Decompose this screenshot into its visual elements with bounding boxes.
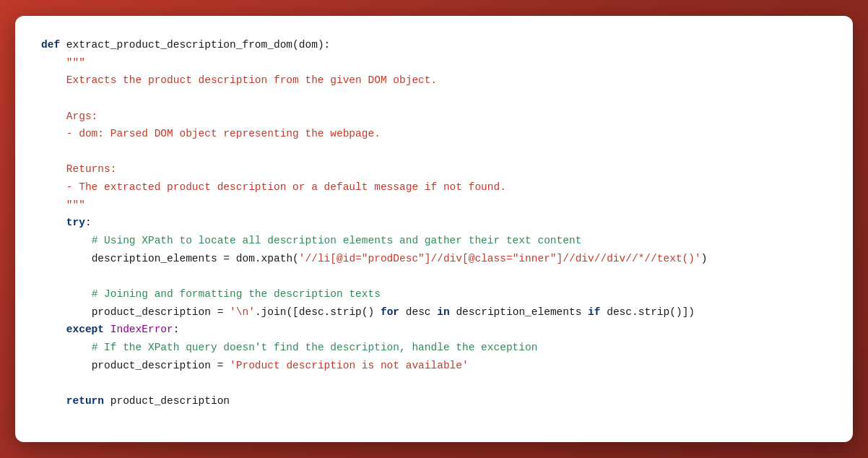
line-14-blank bbox=[41, 270, 48, 282]
line-1: def extract_product_description_from_dom… bbox=[41, 39, 330, 51]
line-2: """ bbox=[41, 57, 85, 69]
line-15: # Joining and formatting the description… bbox=[41, 288, 381, 300]
line-4-blank bbox=[41, 92, 48, 104]
line-7-blank bbox=[41, 146, 48, 157]
line-9: - The extracted product description or a… bbox=[41, 181, 506, 193]
line-19: product_description = 'Product descripti… bbox=[41, 360, 469, 371]
line-8: Returns: bbox=[41, 163, 116, 175]
code-container: def extract_product_description_from_dom… bbox=[15, 16, 853, 442]
line-16: product_description = '\n'.join([desc.st… bbox=[41, 306, 695, 318]
line-11: try: bbox=[41, 217, 92, 228]
line-12: # Using XPath to locate all description … bbox=[41, 235, 581, 246]
line-13: description_elements = dom.xpath('//li[@… bbox=[41, 253, 707, 264]
line-17: except IndexError: bbox=[41, 324, 179, 335]
line-5: Args: bbox=[41, 111, 97, 122]
line-3: Extracts the product description from th… bbox=[41, 74, 437, 86]
line-10: """ bbox=[41, 199, 85, 211]
line-18: # If the XPath query doesn't find the de… bbox=[41, 342, 537, 353]
line-20-blank bbox=[41, 377, 48, 389]
line-21: return product_description bbox=[41, 395, 230, 407]
code-block: def extract_product_description_from_dom… bbox=[41, 36, 827, 410]
line-6: - dom: Parsed DOM object representing th… bbox=[41, 128, 381, 139]
